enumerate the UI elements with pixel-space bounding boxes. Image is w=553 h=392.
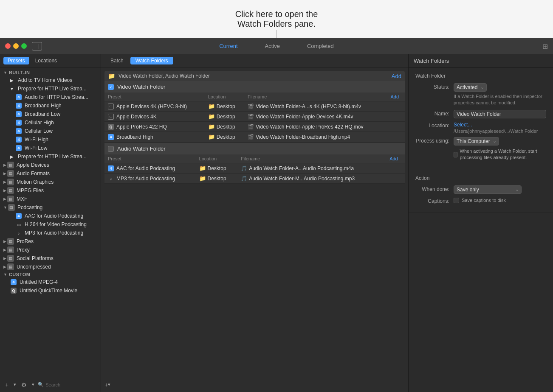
file-icon-red: 🎵 [241, 176, 247, 182]
sidebar-item-social-platforms[interactable]: ▶ ▤ Social Platforms [0, 254, 101, 263]
chevron-icon: ▶ [3, 180, 6, 184]
settings-icon[interactable]: ⊞ [542, 42, 548, 50]
tab-current[interactable]: Current [206, 41, 251, 51]
sidebar-item-cellular-low[interactable]: 4 Cellular Low [0, 127, 101, 135]
rp-location-row: Location: Select... /Users/johnnyapplese… [415, 122, 546, 134]
activate-checkbox[interactable] [454, 152, 457, 157]
preset-icon-4: 4 [108, 165, 114, 171]
sidebar-item-mp3-podcasting[interactable]: ♪ MP3 for Audio Podcasting [0, 229, 101, 237]
sidebar-item-mxf[interactable]: ▶ ▤ MXF [0, 195, 101, 203]
minimize-button[interactable] [13, 43, 19, 49]
builtin-section-header[interactable]: ▼ BUILT-IN [0, 69, 101, 76]
status-select[interactable]: Activated [454, 83, 487, 92]
rp-title: Watch Folders [409, 54, 553, 68]
awf-header[interactable]: Audio Watch Folder [104, 143, 405, 154]
wfg-add-button[interactable]: Add [392, 73, 401, 79]
vwf-checkbox[interactable]: ✓ [108, 84, 114, 90]
sidebar-content: ▼ BUILT-IN ▶ Add to TV Home Videos ▼ Pre… [0, 67, 101, 377]
sidebar-item-untitled-mpeg4[interactable]: 4 Untitled MPEG-4 [0, 278, 101, 286]
layout-icon[interactable] [32, 42, 42, 50]
chevron-icon: ▶ [3, 163, 6, 167]
col-add[interactable]: Add [387, 92, 405, 101]
sidebar-item-audio-http[interactable]: 4 Audio for HTTP Live Strea... [0, 93, 101, 101]
sidebar-tab-presets[interactable]: Presets [3, 57, 29, 64]
content-area: Presets Locations ▼ BUILT-IN ▶ Add to TV… [0, 54, 553, 392]
sidebar-item-untitled-qt[interactable]: Q Untitled QuickTime Movie [0, 286, 101, 295]
sidebar-item-proxy[interactable]: ▶ ▤ Proxy [0, 246, 101, 254]
custom-chevron: ▼ [3, 272, 7, 277]
tab-completed[interactable]: Completed [293, 41, 347, 51]
chevron-icon: ▶ [3, 248, 6, 252]
4-icon: 4 [15, 145, 22, 151]
item-label: Wi-Fi High [25, 137, 48, 143]
wfg-header[interactable]: 📁 Video Watch Folder, Audio Watch Folder… [104, 71, 405, 81]
video-preset-table: Preset Location Filename Add ▭Apple Devi… [104, 92, 405, 142]
close-button[interactable] [5, 43, 11, 49]
sidebar: Presets Locations ▼ BUILT-IN ▶ Add to TV… [0, 54, 101, 392]
table-row: 4Broadband High 📁Desktop 🎬Video Watch Fo… [104, 132, 405, 142]
audio-preset-table: Preset Location Filename Add 4AAC for Au… [104, 154, 405, 184]
4-icon: 4 [15, 128, 22, 134]
item-label: Audio for HTTP Live Strea... [25, 94, 88, 100]
sidebar-item-h264-podcasting[interactable]: ▭ H.264 for Video Podcasting [0, 220, 101, 229]
rp-process-row: Process using: This Computer When activa… [415, 137, 546, 161]
chevron-icon: ▶ [3, 256, 6, 260]
vwf-header[interactable]: ✓ Video Watch Folder [104, 81, 405, 92]
watch-folder-group: 📁 Video Watch Folder, Audio Watch Folder… [104, 71, 405, 184]
preset-icon-phone: ▭ [108, 104, 114, 109]
sidebar-item-prepare-http2[interactable]: ▶ Prepare for HTTP Live Strea... [0, 152, 101, 161]
awf-checkbox[interactable] [108, 146, 114, 152]
chevron-icon: ▶ [3, 171, 6, 176]
location-select-link[interactable]: Select... [454, 122, 472, 128]
name-input[interactable] [454, 110, 546, 118]
sidebar-tab-locations[interactable]: Locations [31, 57, 61, 64]
tab-batch[interactable]: Batch [105, 57, 129, 64]
sidebar-item-audio-formats[interactable]: ▶ ▤ Audio Formats [0, 169, 101, 178]
item-label: ProRes [17, 238, 34, 244]
item-label: Broadband High [25, 103, 62, 109]
rp-captions-checkbox-row: Save captions to disk [454, 197, 546, 204]
settings-button[interactable]: ⚙ [20, 381, 28, 389]
tab-watch-folders[interactable]: Watch Folders [130, 57, 173, 64]
tab-active[interactable]: Active [251, 41, 293, 51]
item-label: MXF [17, 196, 27, 202]
when-done-select[interactable]: Save only [454, 185, 522, 194]
chevron-icon: ▶ [3, 197, 6, 201]
sidebar-item-broadband-low[interactable]: 4 Broadband Low [0, 110, 101, 118]
item-label: Broadband Low [25, 111, 60, 117]
preset-icon-4: 4 [108, 134, 114, 140]
process-select-wrapper: This Computer [454, 137, 499, 146]
sidebar-item-apple-devices[interactable]: ▶ ▤ Apple Devices [0, 161, 101, 169]
rp-action-section: Action When done: Save only Captions: [409, 170, 553, 213]
add-button[interactable]: + [3, 381, 10, 389]
sidebar-item-prepare-http1[interactable]: ▼ Prepare for HTTP Live Strea... [0, 84, 101, 93]
sidebar-item-mpeg-files[interactable]: ▶ ▤ MPEG Files [0, 186, 101, 195]
col-add[interactable]: Add [386, 154, 405, 163]
middle-content: 📁 Video Watch Folder, Audio Watch Folder… [101, 67, 408, 377]
middle-add-button[interactable]: + [104, 381, 108, 388]
sidebar-item-add-to-tv[interactable]: ▶ Add to TV Home Videos [0, 76, 101, 84]
preset-icon-phone: ▭ [108, 114, 114, 120]
sidebar-item-wifi-low[interactable]: 4 Wi-Fi Low [0, 144, 101, 152]
col-location: Location [196, 154, 238, 163]
col-filename: Filename [237, 154, 386, 163]
tooltip-line1: Click here to open the [235, 9, 318, 19]
fullscreen-button[interactable] [21, 43, 27, 49]
add-chevron[interactable]: ▾ [108, 382, 110, 387]
sidebar-item-podcasting[interactable]: ▼ ▤ Podcasting [0, 203, 101, 212]
app-window: Current Active Completed ⊞ Presets Locat… [0, 38, 553, 392]
captions-checkbox[interactable] [454, 198, 459, 203]
col-preset: Preset [104, 154, 196, 163]
rp-watch-folder-section: Watch Folder Status: Activated If a Watc… [409, 68, 553, 170]
sidebar-item-aac-podcasting[interactable]: 4 AAC for Audio Podcasting [0, 212, 101, 220]
sidebar-item-cellular-high[interactable]: 4 Cellular High [0, 118, 101, 127]
process-select[interactable]: This Computer [454, 137, 499, 146]
sidebar-item-motion-graphics[interactable]: ▶ ▤ Motion Graphics [0, 178, 101, 186]
sidebar-item-broadband-high[interactable]: 4 Broadband High [0, 101, 101, 110]
custom-section-header[interactable]: ▼ CUSTOM [0, 271, 101, 278]
sidebar-item-uncompressed[interactable]: ▶ ▤ Uncompressed [0, 263, 101, 271]
group-icon: ▤ [7, 162, 14, 168]
phone-icon: ▭ [15, 221, 22, 228]
sidebar-item-prores[interactable]: ▶ ▤ ProRes [0, 237, 101, 246]
sidebar-item-wifi-high[interactable]: 4 Wi-Fi High [0, 135, 101, 144]
